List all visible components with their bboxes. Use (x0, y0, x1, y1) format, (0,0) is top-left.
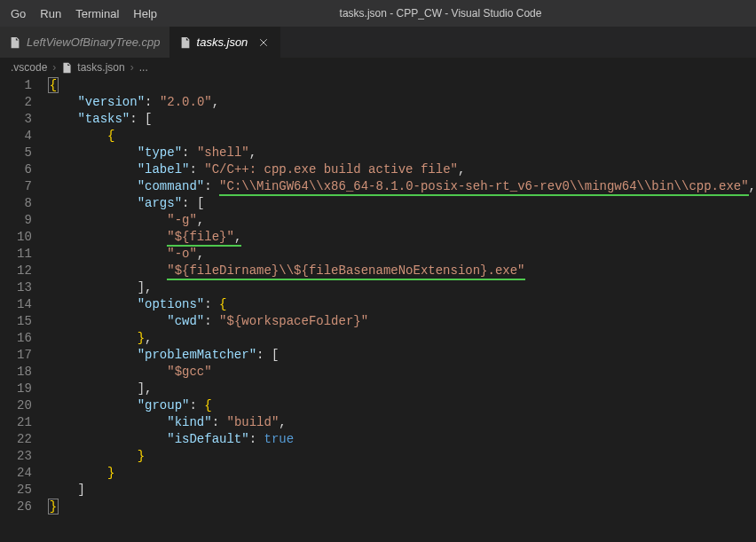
line-number: 18 (0, 364, 32, 381)
code-area[interactable]: { "version": "2.0.0", "tasks": [ { "type… (48, 77, 756, 515)
line-number: 3 (0, 111, 32, 128)
menu-go[interactable]: Go (4, 0, 33, 27)
line-number: 1 (0, 77, 32, 94)
tab-leftviewofbinarytree[interactable]: LeftViewOfBinaryTree.cpp (0, 27, 170, 58)
menu-terminal[interactable]: Terminal (68, 0, 126, 27)
code-line[interactable]: "type": "shell", (48, 145, 756, 161)
line-number: 7 (0, 178, 32, 195)
breadcrumb[interactable]: .vscode › tasks.json › ... (0, 58, 756, 77)
line-number: 19 (0, 381, 32, 397)
code-line[interactable]: "${fileDirname}\\${fileBasenameNoExtensi… (48, 263, 756, 279)
code-line[interactable]: "command": "C:\\MinGW64\\x86_64-8.1.0-po… (48, 178, 756, 195)
code-line[interactable]: { (48, 77, 756, 94)
file-icon (9, 36, 21, 49)
code-line[interactable]: } (48, 448, 756, 465)
file-icon (179, 36, 192, 49)
code-line[interactable]: } (48, 499, 756, 515)
code-line[interactable]: ], (48, 381, 756, 397)
menu-help[interactable]: Help (126, 0, 164, 27)
line-number: 4 (0, 128, 32, 145)
code-line[interactable]: ], (48, 279, 756, 296)
line-number: 23 (0, 448, 32, 465)
line-number: 5 (0, 145, 32, 161)
code-line[interactable]: "-g", (48, 212, 756, 229)
code-line[interactable]: "$gcc" (48, 364, 756, 381)
line-number: 2 (0, 94, 32, 111)
line-number: 13 (0, 279, 32, 296)
line-number-gutter: 1234567891011121314151617181920212223242… (0, 77, 48, 515)
code-line[interactable]: "isDefault": true (48, 431, 756, 448)
line-number: 20 (0, 397, 32, 414)
editor[interactable]: 1234567891011121314151617181920212223242… (0, 77, 756, 515)
code-line[interactable]: } (48, 465, 756, 482)
code-line[interactable]: "group": { (48, 397, 756, 414)
chevron-right-icon: › (52, 61, 56, 74)
line-number: 6 (0, 161, 32, 178)
file-icon (61, 61, 74, 74)
code-line[interactable]: "options": { (48, 296, 756, 313)
code-line[interactable]: "args": [ (48, 195, 756, 212)
code-line[interactable]: "tasks": [ (48, 111, 756, 128)
breadcrumb-file[interactable]: tasks.json (77, 61, 124, 74)
code-line[interactable]: "kind": "build", (48, 414, 756, 431)
code-line[interactable]: ] (48, 482, 756, 499)
line-number: 21 (0, 414, 32, 431)
tab-label: tasks.json (197, 35, 248, 49)
window-title: tasks.json - CPP_CW - Visual Studio Code (164, 7, 752, 20)
menubar: Go Run Terminal Help tasks.json - CPP_CW… (0, 0, 756, 27)
tab-label: LeftViewOfBinaryTree.cpp (27, 35, 161, 49)
breadcrumb-folder[interactable]: .vscode (11, 61, 47, 74)
line-number: 16 (0, 330, 32, 347)
line-number: 15 (0, 313, 32, 330)
tab-tasks-json[interactable]: tasks.json (170, 27, 281, 58)
line-number: 17 (0, 347, 32, 364)
line-number: 25 (0, 482, 32, 499)
code-line[interactable]: "-o", (48, 246, 756, 263)
code-line[interactable]: "${file}", (48, 229, 756, 246)
breadcrumb-more[interactable]: ... (139, 61, 148, 74)
code-line[interactable]: { (48, 128, 756, 145)
line-number: 12 (0, 263, 32, 279)
line-number: 22 (0, 431, 32, 448)
line-number: 14 (0, 296, 32, 313)
code-line[interactable]: "label": "C/C++: cpp.exe build active fi… (48, 161, 756, 178)
line-number: 26 (0, 499, 32, 515)
line-number: 11 (0, 246, 32, 263)
line-number: 9 (0, 212, 32, 229)
code-line[interactable]: "cwd": "${workspaceFolder}" (48, 313, 756, 330)
line-number: 8 (0, 195, 32, 212)
close-icon[interactable] (256, 35, 271, 50)
line-number: 24 (0, 465, 32, 482)
line-number: 10 (0, 229, 32, 246)
chevron-right-icon: › (130, 61, 134, 74)
menu-run[interactable]: Run (33, 0, 68, 27)
code-line[interactable]: }, (48, 330, 756, 347)
code-line[interactable]: "problemMatcher": [ (48, 347, 756, 364)
tabbar: LeftViewOfBinaryTree.cpp tasks.json (0, 27, 756, 58)
code-line[interactable]: "version": "2.0.0", (48, 94, 756, 111)
